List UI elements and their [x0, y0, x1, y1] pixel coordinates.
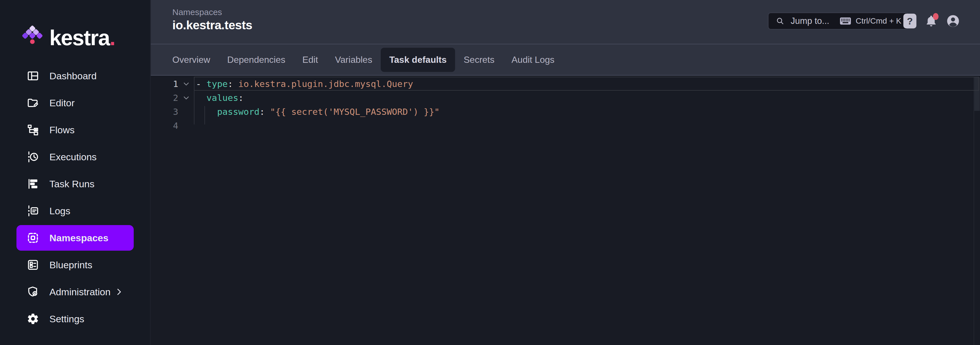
code-line: 4 — [151, 118, 980, 133]
fold-toggle-icon[interactable] — [178, 94, 194, 102]
sidebar-item-label: Logs — [49, 206, 70, 217]
code-line-content[interactable]: - type: io.kestra.plugin.jdbc.mysql.Quer… — [194, 79, 413, 89]
code-line: 3 password: "{{ secret('MYSQL_PASSWORD')… — [151, 105, 980, 118]
code-line-content[interactable]: password: "{{ secret('MYSQL_PASSWORD') }… — [194, 107, 440, 117]
logo-dot: . — [110, 26, 115, 50]
sidebar-item-administration[interactable]: Administration — [16, 279, 134, 305]
settings-icon — [27, 313, 39, 325]
account-icon — [946, 14, 960, 28]
keyboard-icon — [840, 16, 851, 26]
search-placeholder: Jump to... — [791, 16, 829, 26]
sidebar-item-executions[interactable]: Executions — [16, 144, 134, 170]
fold-toggle-icon[interactable] — [178, 80, 194, 88]
sidebar-item-dashboard[interactable]: Dashboard — [16, 63, 134, 89]
sidebar-item-label: Blueprints — [49, 259, 92, 270]
account-button[interactable] — [946, 14, 960, 28]
line-number: 1 — [151, 79, 178, 89]
tab-variables[interactable]: Variables — [326, 48, 381, 72]
line-number: 3 — [151, 107, 178, 117]
help-button[interactable]: ? — [904, 14, 916, 29]
blueprints-icon — [27, 259, 39, 271]
chevron-right-icon — [115, 288, 124, 296]
sidebar-item-label: Editor — [49, 97, 75, 109]
tab-audit-logs[interactable]: Audit Logs — [503, 48, 563, 72]
search-icon — [775, 16, 785, 26]
header-icons: ? — [904, 14, 960, 29]
sidebar-item-settings[interactable]: Settings — [16, 306, 134, 332]
executions-icon — [27, 151, 39, 163]
task-runs-icon — [27, 177, 39, 190]
sidebar-item-task-runs[interactable]: Task Runs — [16, 171, 134, 196]
sidebar-item-logs[interactable]: Logs — [16, 198, 134, 224]
flows-icon — [27, 124, 39, 136]
search-shortcut: Ctrl/Cmd + K — [840, 16, 901, 26]
logo-text: kestra. — [49, 28, 115, 48]
header: Namespaces io.kestra.tests Jump to... — [151, 0, 980, 44]
sidebar-item-label: Task Runs — [49, 179, 94, 190]
dashboard-icon — [27, 70, 39, 82]
tab-overview[interactable]: Overview — [164, 48, 219, 72]
tab-dependencies[interactable]: Dependencies — [219, 48, 294, 72]
kestra-logo[interactable]: kestra. — [22, 23, 115, 48]
sidebar-item-blueprints[interactable]: Blueprints — [16, 252, 134, 278]
help-icon: ? — [907, 16, 913, 27]
code-editor[interactable]: 1 - type: io.kestra.plugin.jdbc.mysql.Qu… — [151, 77, 980, 345]
namespaces-icon — [27, 232, 39, 244]
sidebar-item-label: Settings — [49, 313, 84, 324]
search-shortcut-label: Ctrl/Cmd + K — [856, 16, 901, 26]
main-area: Namespaces io.kestra.tests Jump to... — [151, 0, 980, 345]
logs-icon — [27, 204, 39, 217]
kestra-logo-icon — [22, 23, 43, 48]
sidebar-item-label: Executions — [49, 152, 97, 163]
search-input[interactable]: Jump to... Ctrl/Cmd + K — [768, 13, 909, 30]
breadcrumb[interactable]: Namespaces — [172, 7, 222, 17]
editor-icon — [27, 97, 39, 109]
notification-badge — [933, 13, 939, 20]
code-line: 2 values: — [151, 91, 980, 105]
sidebar-item-namespaces[interactable]: Namespaces — [16, 225, 134, 251]
sidebar-item-flows[interactable]: Flows — [16, 117, 134, 143]
line-number: 4 — [151, 120, 178, 131]
code-line-content[interactable]: values: — [194, 93, 243, 103]
sidebar: kestra. Dashboard Editor Flows Execution… — [0, 0, 151, 345]
notifications-button[interactable] — [924, 14, 938, 28]
sidebar-item-label: Dashboard — [49, 70, 97, 81]
sidebar-item-editor[interactable]: Editor — [16, 90, 134, 116]
code-line: 1 - type: io.kestra.plugin.jdbc.mysql.Qu… — [151, 77, 980, 91]
sidebar-nav: Dashboard Editor Flows Executions Task R… — [0, 62, 150, 333]
sidebar-item-label: Flows — [49, 125, 75, 136]
administration-icon — [27, 286, 39, 298]
tab-bar: OverviewDependenciesEditVariablesTask de… — [151, 44, 980, 76]
sidebar-item-label: Namespaces — [49, 232, 108, 244]
line-number: 2 — [151, 93, 178, 103]
tab-task-defaults[interactable]: Task defaults — [381, 48, 455, 72]
page-title: io.kestra.tests — [172, 18, 252, 32]
sidebar-item-label: Administration — [49, 286, 110, 297]
tab-secrets[interactable]: Secrets — [455, 48, 503, 72]
tab-edit[interactable]: Edit — [294, 48, 326, 72]
